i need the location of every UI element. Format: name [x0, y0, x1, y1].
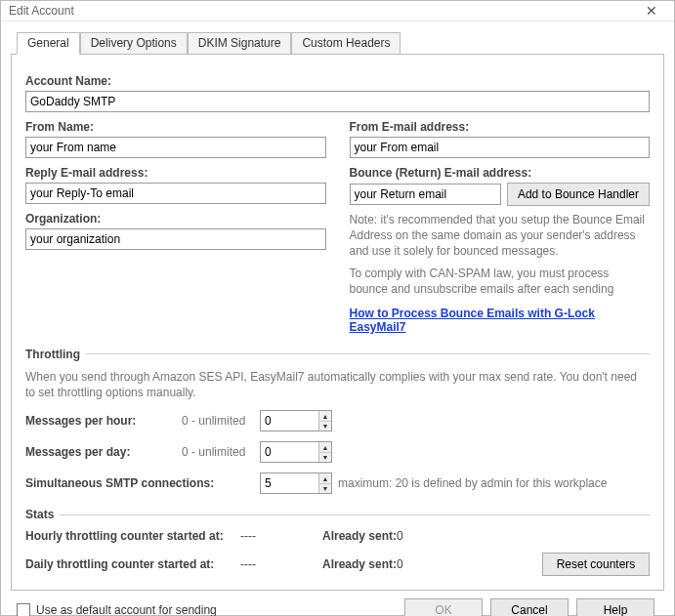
msg-per-hour-stepper[interactable]: ▲▼	[260, 410, 332, 431]
from-email-label: From E-mail address:	[350, 120, 651, 134]
hourly-counter-value: ----	[240, 529, 299, 543]
ok-button[interactable]: OK	[404, 598, 483, 616]
chevron-up-icon[interactable]: ▲	[319, 473, 331, 484]
divider	[60, 514, 650, 515]
daily-counter-label: Daily throttling counter started at:	[25, 557, 240, 571]
smtp-conn-input[interactable]	[261, 473, 318, 493]
chevron-down-icon[interactable]: ▼	[319, 453, 331, 463]
msg-per-hour-input[interactable]	[261, 411, 318, 431]
tab-dkim-signature[interactable]: DKIM Signature	[188, 32, 292, 55]
msg-per-hour-label: Messages per hour:	[25, 414, 182, 428]
throttling-description: When you send through Amazon SES API, Ea…	[25, 369, 650, 400]
titlebar: Edit Account ✕	[1, 1, 674, 21]
bounce-note-2: To comply with CAN-SPAM law, you must pr…	[350, 266, 651, 297]
smtp-conn-hint: maximum: 20 is defined by admin for this…	[338, 476, 650, 490]
stepper-arrows[interactable]: ▲▼	[318, 473, 331, 493]
tab-general[interactable]: General	[17, 32, 80, 55]
chevron-up-icon[interactable]: ▲	[319, 442, 331, 453]
from-name-input[interactable]	[25, 137, 326, 158]
tab-custom-headers[interactable]: Custom Headers	[291, 32, 401, 55]
bounce-email-label: Bounce (Return) E-mail address:	[350, 166, 651, 180]
hourly-counter-label: Hourly throttling counter started at:	[25, 529, 240, 543]
default-account-checkbox[interactable]	[17, 603, 30, 616]
smtp-conn-label: Simultaneous SMTP connections:	[25, 476, 260, 490]
organization-input[interactable]	[25, 228, 326, 250]
stats-legend-text: Stats	[25, 508, 54, 521]
chevron-down-icon[interactable]: ▼	[319, 422, 331, 431]
default-account-label: Use as default account for sending	[36, 603, 217, 616]
stepper-arrows[interactable]: ▲▼	[318, 411, 331, 431]
msg-per-day-stepper[interactable]: ▲▼	[260, 441, 332, 463]
account-name-label: Account Name:	[25, 74, 650, 88]
chevron-up-icon[interactable]: ▲	[319, 411, 331, 422]
tabpanel-general: Account Name: From Name: Reply E-mail ad…	[11, 54, 664, 591]
help-button[interactable]: Help	[576, 598, 654, 616]
throttling-legend: Throttling	[25, 348, 650, 361]
add-to-bounce-handler-button[interactable]: Add to Bounce Handler	[507, 183, 650, 206]
dialog-footer: Use as default account for sending OK Ca…	[11, 591, 664, 616]
hourly-already-sent: 0	[397, 529, 436, 543]
window-title: Edit Account	[9, 4, 74, 18]
organization-label: Organization:	[25, 212, 326, 226]
msg-per-hour-hint: 0 - unlimited	[182, 414, 260, 428]
default-account-checkbox-row[interactable]: Use as default account for sending	[17, 603, 217, 616]
edit-account-window: Edit Account ✕ General Delivery Options …	[0, 0, 675, 616]
reply-email-input[interactable]	[25, 183, 326, 204]
from-email-input[interactable]	[350, 137, 651, 158]
reset-counters-button[interactable]: Reset counters	[542, 553, 650, 576]
stats-legend: Stats	[25, 508, 650, 521]
stepper-arrows[interactable]: ▲▼	[318, 442, 331, 462]
daily-counter-value: ----	[240, 557, 299, 571]
smtp-conn-stepper[interactable]: ▲▼	[260, 472, 332, 494]
from-name-label: From Name:	[25, 120, 326, 134]
msg-per-day-hint: 0 - unlimited	[182, 445, 260, 459]
client-area: General Delivery Options DKIM Signature …	[1, 21, 674, 616]
cancel-button[interactable]: Cancel	[490, 598, 569, 616]
msg-per-day-input[interactable]	[261, 442, 318, 462]
msg-per-day-label: Messages per day:	[25, 445, 182, 459]
tabstrip: General Delivery Options DKIM Signature …	[17, 32, 664, 55]
bounce-email-input[interactable]	[350, 184, 501, 205]
account-name-input[interactable]	[25, 91, 650, 112]
already-sent-label-1: Already sent:	[299, 529, 397, 543]
tab-delivery-options[interactable]: Delivery Options	[80, 32, 188, 55]
close-icon[interactable]: ✕	[635, 1, 668, 21]
chevron-down-icon[interactable]: ▼	[319, 484, 331, 494]
reply-email-label: Reply E-mail address:	[25, 166, 326, 180]
divider	[86, 353, 650, 354]
bounce-help-link[interactable]: How to Process Bounce Emails with G-Lock…	[350, 307, 651, 334]
already-sent-label-2: Already sent:	[299, 557, 397, 571]
daily-already-sent: 0	[397, 557, 436, 571]
throttling-legend-text: Throttling	[25, 348, 80, 361]
bounce-note-1: Note: it's recommended that you setup th…	[350, 212, 651, 260]
